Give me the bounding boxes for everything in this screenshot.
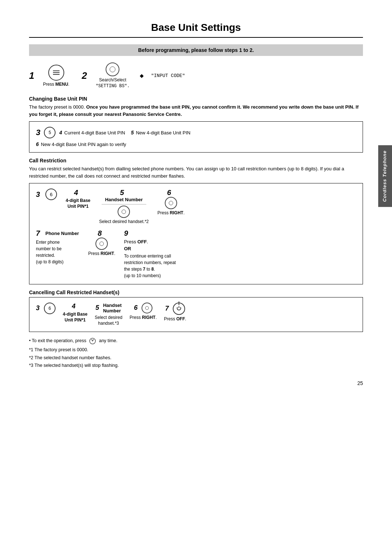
nav-inner-circle [110,66,115,72]
cr-step3-num: 3 [36,190,44,199]
cr-step3-circle: 6 [45,189,57,200]
cr-step6-sublabel: Press RIGHT. [158,210,185,216]
cancel-step5-header: 5 HandsetNumber [95,303,122,313]
changing-pin-heading: Changing Base Unit PIN [29,96,363,102]
cancel-step5-num: 5 [95,304,102,312]
cr-step7-col: 7 Phone Number Enter phonenumber to bere… [36,229,79,265]
cancel-step5-label-text: HandsetNumber [103,303,122,313]
menu-icon [48,65,64,81]
fn3: *3 The selected handset(s) will stop fla… [29,362,363,369]
cr-step4-label: 4-digit BaseUnit PIN*1 [66,198,90,209]
cr-step5-sublabel: Select desired handset.*2 [99,219,149,225]
cancel-step4-num: 4 [72,303,78,310]
cancelling-heading: Cancelling Call Restricted Handset(s) [29,289,363,295]
nav-icon [106,62,119,76]
pin-step6-label: New 4-digit Base Unit PIN again to verif… [41,142,126,147]
pin-step5-label: New 4-digit Base Unit PIN [136,130,190,135]
arrow-symbol: ◆ [140,73,144,78]
pin-step4-label: Current 4-digit Base Unit PIN [64,130,125,135]
cancel-grid: 3 6 4 4-digit BaseUnit PIN*1 5 HandsetNu… [36,303,356,327]
cancel-step7-icon [173,303,185,315]
menu-bar-2 [53,72,60,73]
pin-step4-text: 4 [59,130,62,135]
intro-steps-row: 1 Press MENU. 2 Search/Select "SETTING B… [29,62,363,89]
call-restriction-box: 3 6 4 4-digit BaseUnit PIN*1 5 Handset N… [29,183,363,284]
cr-step6-icon [165,197,177,209]
page-title: Base Unit Settings [29,22,363,38]
nav-icon-block: Search/Select "SETTING BS". [96,62,130,89]
step2-setting: "SETTING BS". [96,84,130,89]
fn2: *2 The selected handset number flashes. [29,354,363,362]
cr-step7-sublabel: Enter phonenumber to berestricted.(up to… [36,239,64,265]
pin-step3-num: 3 [36,128,40,137]
cancel-step4-label: 4-digit BaseUnit PIN*1 [63,311,87,324]
cancel-step3-circle: 6 [44,303,56,314]
footnote-bullet: • To exit the operation, press any time. [29,337,363,345]
footnote-bullet-text: • To exit the operation, press [29,338,86,343]
cr-top-row: 3 6 4 4-digit BaseUnit PIN*1 5 Handset N… [36,189,356,225]
cr-step8-icon [95,238,108,250]
off-svg [176,306,182,312]
step1-number: 1 [29,70,34,81]
footnotes: • To exit the operation, press any time.… [29,337,363,369]
cr-step9-num: 9 [124,229,132,238]
cr-step9-or: OR [124,246,131,251]
cr-step8-col: 8 Press RIGHT. [88,229,115,257]
cancel-step3-block: 3 6 [36,303,56,314]
cancel-step6-num: 6 [134,304,140,312]
cr-step9-press-off: Press OFF. [124,239,148,244]
cr-step6-num: 6 [167,189,175,197]
pin-step-line1: 3 5 4 Current 4-digit Base Unit PIN 5 Ne… [36,127,356,138]
cancel-step3-num: 3 [36,304,42,312]
cr-step5-icon [118,206,130,218]
cancel-step7-sublabel: Press OFF. [164,316,186,322]
pin-step5-text: 5 [131,130,134,135]
call-restriction-body: You can restrict selected handset(s) fro… [29,165,363,179]
pin-change-box: 3 5 4 Current 4-digit Base Unit PIN 5 Ne… [29,121,363,153]
cr-step9-header: 9 [124,229,132,238]
cr-step4-col: 4 4-digit BaseUnit PIN*1 [66,189,90,209]
cancel-step6-col: 6 Press RIGHT. [130,303,157,321]
cr-step7-label: Phone Number [45,231,79,236]
step2-label: Search/Select [99,77,126,82]
menu-bar-3 [53,74,60,75]
step2-number: 2 [82,70,87,81]
cr-step9-continue: To continue entering callrestriction num… [124,253,176,279]
page-number: 25 [29,380,363,386]
cancel-step5-sublabel: Select desiredhandset.*3 [95,315,122,327]
call-restriction-heading: Call Restriction [29,158,363,163]
fn1: *1 The factory preset is 0000. [29,346,363,354]
cancel-step7-header: 7 [165,303,185,315]
cr-step7-num: 7 [36,229,44,238]
menu-bar-1 [53,70,60,71]
changing-pin-body: The factory preset is 0000. Once you hav… [29,104,363,118]
cr-step7-header: 7 Phone Number [36,229,79,238]
cr-bottom-row: 7 Phone Number Enter phonenumber to bere… [36,229,356,279]
cr-step6-icon-inner [169,201,173,205]
cr-step5-icon-inner [122,210,126,214]
cancelling-box: 3 6 4 4-digit BaseUnit PIN*1 5 HandsetNu… [29,297,363,332]
cancel-step7-num: 7 [165,305,172,312]
page-container: Cordless Telephone Base Unit Settings Be… [0,0,392,555]
cr-step8-num: 8 [98,229,106,238]
cancel-step6-icon-inner [145,306,149,310]
pin-step3-circle: 5 [44,127,56,138]
cr-step5-col: 5 Handset Number Select desired handset.… [99,189,149,225]
cr-step8-sublabel: Press RIGHT. [88,251,115,257]
cr-step8-icon-inner [99,242,104,246]
cancel-step7-col: 7 Press OFF. [164,303,186,322]
footnote-bullet-end: any time. [99,338,118,343]
pin-step6-text: 6 [36,141,39,147]
cancel-step6-icon [142,303,152,313]
cancel-step4-col: 4 4-digit BaseUnit PIN*1 [63,303,87,324]
footnote-off-svg [89,337,96,345]
prereq-banner: Before programming, please follow steps … [29,44,363,56]
cr-step5-num: 5 [120,189,128,197]
cancel-step6-header: 6 [134,303,152,313]
cancel-step4-header: 4 [72,303,78,310]
step1-label: Press MENU. [43,82,69,87]
cr-step6-col: 6 Press RIGHT. [158,189,185,216]
cr-step5-heading: Handset Number [105,197,143,202]
pin-step-line2: 6 New 4-digit Base Unit PIN again to ver… [36,141,356,147]
cancel-step6-sublabel: Press RIGHT. [130,315,157,321]
